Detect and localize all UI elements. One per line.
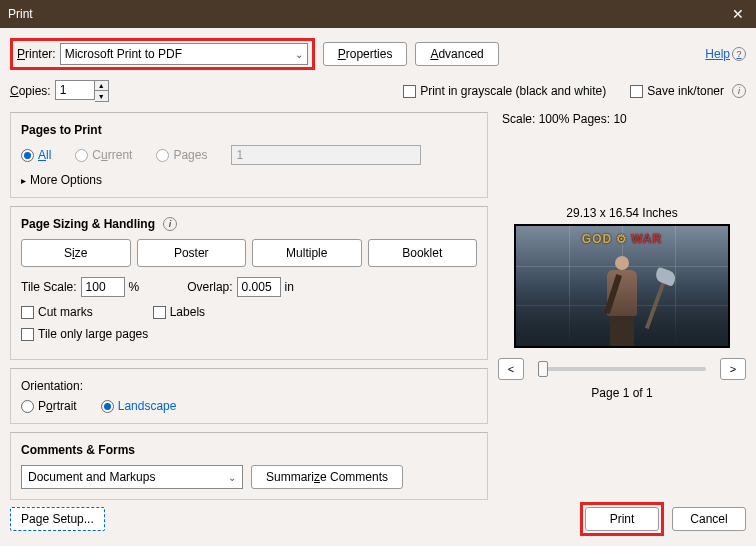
- handling-title: Page Sizing & Handling i: [21, 217, 477, 231]
- copies-spinner[interactable]: ▲ ▼: [55, 80, 109, 102]
- copies-input[interactable]: [55, 80, 95, 100]
- printer-select[interactable]: Microsoft Print to PDF ⌄: [60, 43, 308, 65]
- window-title: Print: [8, 7, 728, 21]
- grayscale-checkbox[interactable]: Print in grayscale (black and white): [403, 84, 606, 98]
- radio-icon: [101, 400, 114, 413]
- game-logo: GOD ⚙ WAR: [582, 232, 662, 246]
- print-preview: GOD ⚙ WAR: [514, 224, 730, 348]
- tile-scale-label: Tile Scale:: [21, 280, 77, 294]
- pages-to-print-title: Pages to Print: [21, 123, 477, 137]
- multiple-button[interactable]: Multiple: [252, 239, 362, 267]
- tilelarge-checkbox[interactable]: Tile only large pages: [21, 327, 148, 341]
- booklet-button[interactable]: Booklet: [368, 239, 478, 267]
- help-link[interactable]: Help ?: [705, 47, 746, 61]
- comments-title: Comments & Forms: [21, 443, 477, 457]
- prev-page-button[interactable]: <: [498, 358, 524, 380]
- grayscale-label: Print in grayscale (black and white): [420, 84, 606, 98]
- spin-up-icon[interactable]: ▲: [95, 81, 108, 91]
- checkbox-icon: [21, 306, 34, 319]
- landscape-radio[interactable]: Landscape: [101, 399, 177, 413]
- page-indicator: Page 1 of 1: [498, 386, 746, 400]
- checkbox-icon: [153, 306, 166, 319]
- checkbox-icon: [21, 328, 34, 341]
- slider-thumb[interactable]: [538, 361, 548, 377]
- print-highlight-box: Print: [580, 502, 664, 536]
- overlap-label: Overlap:: [187, 280, 232, 294]
- pages-all-radio[interactable]: All: [21, 148, 51, 162]
- labels-label: Labels: [170, 305, 205, 319]
- labels-checkbox[interactable]: Labels: [153, 305, 205, 319]
- radio-icon: [156, 149, 169, 162]
- printer-value: Microsoft Print to PDF: [65, 47, 182, 61]
- next-page-button[interactable]: >: [720, 358, 746, 380]
- tile-scale-input[interactable]: [81, 277, 125, 297]
- chevron-down-icon: ⌄: [228, 472, 236, 483]
- cutmarks-checkbox[interactable]: Cut marks: [21, 305, 93, 319]
- radio-icon: [21, 149, 34, 162]
- pages-pages-radio[interactable]: Pages: [156, 148, 207, 162]
- printer-highlight-box: Printer: Microsoft Print to PDF ⌄: [10, 38, 315, 70]
- properties-button[interactable]: Properties: [323, 42, 408, 66]
- tilelarge-label: Tile only large pages: [38, 327, 148, 341]
- pages-current-radio[interactable]: Current: [75, 148, 132, 162]
- chevron-down-icon: ⌄: [295, 49, 303, 60]
- overlap-input[interactable]: [237, 277, 281, 297]
- print-button[interactable]: Print: [585, 507, 659, 531]
- spin-down-icon[interactable]: ▼: [95, 91, 108, 101]
- help-icon: ?: [732, 47, 746, 61]
- pages-range-input: [231, 145, 421, 165]
- comments-combo[interactable]: Document and Markups ⌄: [21, 465, 243, 489]
- orientation-title: Orientation:: [21, 379, 477, 393]
- close-icon[interactable]: ✕: [728, 6, 748, 22]
- saveink-label: Save ink/toner: [647, 84, 724, 98]
- saveink-checkbox[interactable]: Save ink/toner: [630, 84, 724, 98]
- preview-dimensions: 29.13 x 16.54 Inches: [498, 206, 746, 220]
- comments-combo-value: Document and Markups: [28, 470, 155, 484]
- info-icon[interactable]: i: [732, 84, 746, 98]
- tile-scale-unit: %: [129, 280, 140, 294]
- page-setup-button[interactable]: Page Setup...: [10, 507, 105, 531]
- cancel-button[interactable]: Cancel: [672, 507, 746, 531]
- summarize-button[interactable]: Summarize Comments: [251, 465, 403, 489]
- character-figure: [600, 256, 644, 346]
- copies-label: Copies:: [10, 84, 51, 98]
- cutmarks-label: Cut marks: [38, 305, 93, 319]
- triangle-right-icon: ▸: [21, 175, 26, 186]
- radio-icon: [75, 149, 88, 162]
- more-options-toggle[interactable]: ▸ More Options: [21, 173, 102, 187]
- printer-label: Printer:: [17, 47, 56, 61]
- size-button[interactable]: Size: [21, 239, 131, 267]
- overlap-unit: in: [285, 280, 294, 294]
- page-slider[interactable]: [538, 367, 706, 371]
- poster-button[interactable]: Poster: [137, 239, 247, 267]
- info-icon[interactable]: i: [163, 217, 177, 231]
- radio-icon: [21, 400, 34, 413]
- scale-info: Scale: 100% Pages: 10: [502, 112, 746, 126]
- advanced-button[interactable]: Advanced: [415, 42, 498, 66]
- checkbox-icon: [403, 85, 416, 98]
- checkbox-icon: [630, 85, 643, 98]
- portrait-radio[interactable]: Portrait: [21, 399, 77, 413]
